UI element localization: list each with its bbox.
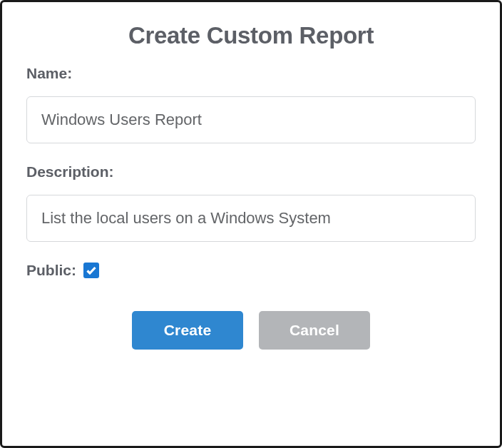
button-row: Create Cancel	[26, 311, 476, 350]
name-label: Name:	[26, 65, 476, 82]
check-icon	[86, 265, 97, 276]
description-input[interactable]	[26, 195, 476, 242]
create-button[interactable]: Create	[132, 311, 243, 350]
create-custom-report-dialog: Create Custom Report Name: Description: …	[0, 0, 502, 448]
public-label: Public:	[26, 262, 76, 279]
name-input[interactable]	[26, 96, 476, 143]
dialog-title: Create Custom Report	[26, 22, 476, 49]
description-label: Description:	[26, 163, 476, 180]
description-field-group: Description:	[26, 163, 476, 242]
public-row: Public:	[26, 262, 476, 279]
cancel-button[interactable]: Cancel	[259, 311, 370, 350]
public-checkbox[interactable]	[83, 263, 99, 278]
name-field-group: Name:	[26, 65, 476, 143]
